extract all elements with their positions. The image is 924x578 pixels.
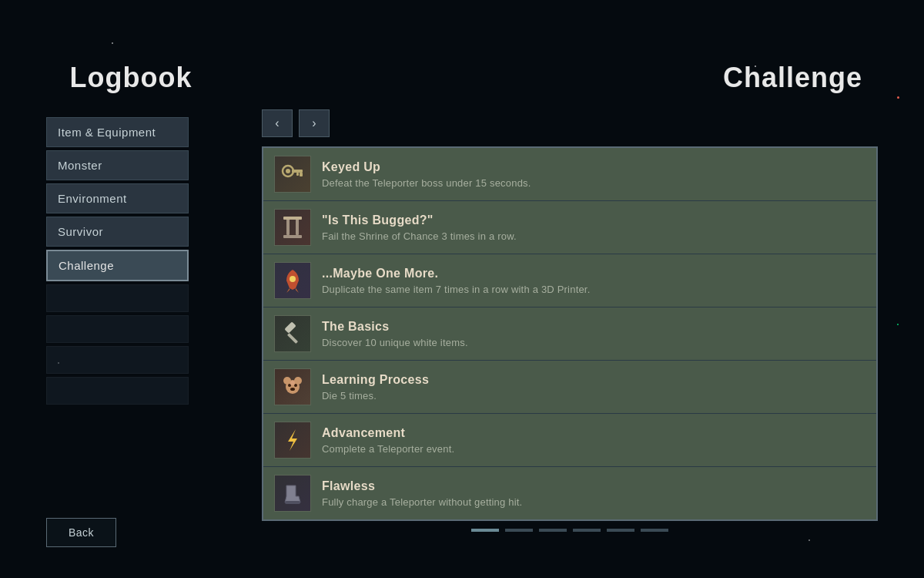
- challenge-list: Keyed UpDefeat the Teleporter boss under…: [262, 146, 878, 521]
- challenge-icon-2: [274, 262, 311, 299]
- back-button[interactable]: Back: [46, 518, 116, 547]
- nav-item-empty-7: [46, 346, 189, 374]
- svg-point-16: [294, 384, 297, 387]
- main-container: Logbook Item & EquipmentMonsterEnvironme…: [0, 0, 924, 578]
- challenge-desc-4: Die 5 times.: [322, 390, 865, 402]
- nav-item-empty-5: [46, 284, 189, 312]
- svg-point-18: [290, 381, 295, 385]
- page-indicators: [262, 529, 878, 532]
- content-title: Challenge: [262, 62, 878, 94]
- page-dot-3[interactable]: [573, 529, 601, 532]
- svg-rect-20: [285, 501, 300, 504]
- challenge-text-4: Learning ProcessDie 5 times.: [322, 373, 865, 402]
- page-dot-2[interactable]: [539, 529, 567, 532]
- challenge-item-5[interactable]: AdvancementComplete a Teleporter event.: [263, 414, 876, 467]
- svg-point-17: [290, 388, 295, 391]
- svg-marker-19: [288, 429, 297, 451]
- svg-rect-4: [296, 173, 299, 176]
- challenge-name-0: Keyed Up: [322, 160, 865, 174]
- svg-rect-8: [283, 217, 302, 220]
- svg-point-14: [294, 377, 302, 385]
- nav-item-item---equipment[interactable]: Item & Equipment: [46, 117, 189, 147]
- challenge-icon-0: [274, 156, 311, 193]
- challenge-text-5: AdvancementComplete a Teleporter event.: [322, 426, 865, 455]
- pagination: ‹ ›: [262, 109, 878, 137]
- challenge-icon-6: [274, 475, 311, 512]
- challenge-icon-1: [274, 209, 311, 246]
- svg-rect-11: [284, 321, 296, 334]
- svg-point-1: [286, 169, 290, 173]
- challenge-text-0: Keyed UpDefeat the Teleporter boss under…: [322, 160, 865, 189]
- challenge-desc-0: Defeat the Teleporter boss under 15 seco…: [322, 177, 865, 189]
- challenge-icon-5: [274, 422, 311, 459]
- content-area: Challenge ‹ › Keyed UpDefeat the Telepor…: [246, 0, 924, 563]
- next-page-button[interactable]: ›: [299, 109, 330, 137]
- challenge-name-6: Flawless: [322, 479, 865, 493]
- challenge-name-2: ...Maybe One More.: [322, 267, 865, 281]
- challenge-item-3[interactable]: The BasicsDiscover 10 unique white items…: [263, 307, 876, 361]
- challenge-name-5: Advancement: [322, 426, 865, 440]
- page-dot-5[interactable]: [641, 529, 668, 532]
- challenge-item-2[interactable]: ...Maybe One More.Duplicate the same ite…: [263, 254, 876, 307]
- prev-page-button[interactable]: ‹: [262, 109, 293, 137]
- page-dot-4[interactable]: [607, 529, 634, 532]
- challenge-icon-4: [274, 368, 311, 405]
- sidebar: Logbook Item & EquipmentMonsterEnvironme…: [0, 0, 246, 439]
- svg-rect-7: [296, 218, 299, 235]
- challenge-name-3: The Basics: [322, 320, 865, 334]
- challenge-text-2: ...Maybe One More.Duplicate the same ite…: [322, 267, 865, 295]
- svg-rect-2: [292, 170, 303, 173]
- nav-item-environment[interactable]: Environment: [46, 183, 189, 213]
- challenge-desc-2: Duplicate the same item 7 times in a row…: [322, 284, 865, 295]
- challenge-item-4[interactable]: Learning ProcessDie 5 times.: [263, 361, 876, 414]
- svg-point-9: [290, 276, 296, 282]
- challenge-item-6[interactable]: FlawlessFully charge a Teleporter withou…: [263, 467, 876, 519]
- challenge-text-1: "Is This Bugged?"Fail the Shrine of Chan…: [322, 213, 865, 242]
- challenge-item-0[interactable]: Keyed UpDefeat the Teleporter boss under…: [263, 148, 876, 201]
- nav-list: Item & EquipmentMonsterEnvironmentSurviv…: [46, 117, 216, 405]
- challenge-desc-6: Fully charge a Teleporter without gettin…: [322, 496, 865, 508]
- challenge-name-4: Learning Process: [322, 373, 865, 387]
- page-dot-1[interactable]: [505, 529, 533, 532]
- svg-rect-6: [286, 218, 290, 235]
- svg-point-15: [288, 384, 291, 387]
- page-dot-0[interactable]: [471, 529, 499, 532]
- challenge-desc-5: Complete a Teleporter event.: [322, 443, 865, 455]
- nav-item-empty-8: [46, 377, 189, 405]
- challenge-desc-3: Discover 10 unique white items.: [322, 337, 865, 348]
- svg-rect-5: [283, 235, 302, 238]
- challenge-item-1[interactable]: "Is This Bugged?"Fail the Shrine of Chan…: [263, 201, 876, 254]
- challenge-text-6: FlawlessFully charge a Teleporter withou…: [322, 479, 865, 508]
- challenge-name-1: "Is This Bugged?": [322, 213, 865, 227]
- challenge-text-3: The BasicsDiscover 10 unique white items…: [322, 320, 865, 348]
- svg-rect-10: [287, 333, 298, 344]
- sidebar-title: Logbook: [46, 62, 216, 94]
- nav-item-challenge[interactable]: Challenge: [46, 250, 189, 281]
- nav-item-survivor[interactable]: Survivor: [46, 217, 189, 247]
- svg-rect-3: [300, 173, 303, 176]
- nav-item-monster[interactable]: Monster: [46, 150, 189, 180]
- svg-point-13: [283, 377, 291, 385]
- nav-item-empty-6: [46, 315, 189, 343]
- challenge-desc-1: Fail the Shrine of Chance 3 times in a r…: [322, 230, 865, 242]
- challenge-icon-3: [274, 315, 311, 352]
